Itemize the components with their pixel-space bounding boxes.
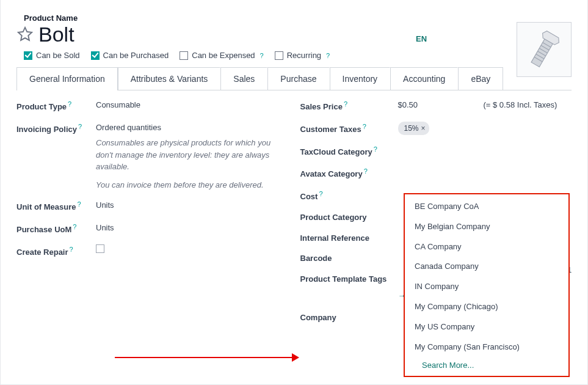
can-be-sold-checkbox[interactable]: Can be Sold: [24, 51, 80, 60]
annotation-arrow-icon: [115, 357, 298, 358]
dropdown-item[interactable]: IN Company: [405, 277, 568, 297]
tab-accounting[interactable]: Accounting: [390, 67, 458, 90]
uom-value[interactable]: Units: [96, 199, 288, 211]
recurring-label: Recurring: [287, 51, 321, 60]
help-icon[interactable]: ?: [260, 52, 264, 59]
tab-general-information[interactable]: General Information: [16, 67, 118, 90]
dropdown-item[interactable]: My Belgian Company: [405, 217, 568, 237]
form-left-column: Product Type? Consumable Invoicing Polic…: [16, 99, 288, 332]
dropdown-item[interactable]: My Company (San Francisco): [405, 337, 568, 358]
tab-inventory[interactable]: Inventory: [330, 67, 391, 90]
customer-taxes-label: Customer Taxes: [300, 125, 361, 134]
can-be-expensed-checkbox[interactable]: Can be Expensed ?: [180, 51, 263, 60]
dropdown-item[interactable]: BE Company CoA: [405, 197, 568, 217]
dropdown-item[interactable]: My US Company: [405, 317, 568, 337]
product-title[interactable]: Bolt: [38, 24, 74, 45]
help-icon[interactable]: ?: [70, 246, 73, 253]
help-text-consumable: Consumables are physical products for wh…: [96, 137, 279, 173]
close-icon[interactable]: ×: [421, 123, 426, 134]
help-icon[interactable]: ?: [344, 100, 347, 108]
tab-sales[interactable]: Sales: [220, 67, 267, 90]
help-icon[interactable]: ?: [68, 100, 71, 108]
language-badge[interactable]: EN: [416, 34, 427, 43]
tax-tag-label: 15%: [404, 123, 419, 134]
company-label: Company: [300, 313, 336, 322]
purchase-uom-value[interactable]: Units: [96, 222, 288, 234]
sales-price-label: Sales Price: [300, 102, 343, 111]
product-template-tags-label: Product Template Tags: [300, 274, 387, 284]
invoicing-policy-label: Invoicing Policy: [16, 125, 77, 134]
product-image-thumbnail[interactable]: [517, 22, 572, 77]
can-be-purchased-label: Can be Purchased: [103, 51, 169, 60]
barcode-label: Barcode: [300, 254, 332, 263]
uom-label: Unit of Measure: [16, 203, 76, 212]
help-icon[interactable]: ?: [319, 190, 322, 197]
taxcloud-category-label: TaxCloud Category: [300, 147, 372, 156]
tab-ebay[interactable]: eBay: [458, 67, 503, 90]
purchase-uom-label: Purchase UoM: [16, 225, 71, 234]
help-icon[interactable]: ?: [326, 52, 330, 59]
company-dropdown: BE Company CoA My Belgian Company CA Com…: [404, 193, 570, 377]
tab-purchase[interactable]: Purchase: [267, 67, 329, 90]
product-type-label: Product Type: [16, 102, 67, 111]
help-icon[interactable]: ?: [73, 223, 76, 230]
recurring-checkbox[interactable]: Recurring ?: [275, 51, 330, 60]
title-row: Bolt: [16, 24, 572, 45]
dropdown-item[interactable]: CA Company: [405, 237, 568, 257]
create-repair-label: Create Repair: [16, 248, 68, 257]
help-icon[interactable]: ?: [363, 123, 366, 130]
product-form-page: Product Name Bolt EN Can be Sold Can be …: [0, 0, 588, 385]
help-text-invoice: You can invoice them before they are del…: [96, 179, 279, 191]
invoicing-policy-value[interactable]: Ordered quantities: [96, 122, 288, 134]
favorite-star-icon[interactable]: [16, 26, 34, 43]
create-repair-checkbox[interactable]: [96, 244, 104, 253]
sales-price-value[interactable]: $0.50: [398, 99, 484, 111]
avatax-category-label: Avatax Category: [300, 170, 363, 179]
product-name-label: Product Name: [24, 13, 572, 23]
checkbox-icon: [275, 51, 283, 60]
product-category-label: Product Category: [300, 213, 367, 222]
svg-rect-1: [531, 39, 553, 67]
dropdown-item[interactable]: My Company (Chicago): [405, 297, 568, 317]
incl-taxes-text: (= $ 0.58 Incl. Taxes): [484, 99, 557, 111]
tabs-bar: General Information Attributes & Variant…: [16, 67, 572, 90]
tab-attributes-variants[interactable]: Attributes & Variants: [118, 67, 221, 90]
can-be-sold-label: Can be Sold: [36, 51, 80, 60]
product-type-value[interactable]: Consumable: [96, 99, 288, 111]
bolt-icon: [517, 22, 572, 77]
dropdown-item[interactable]: Canada Company: [405, 257, 568, 277]
product-flags-row: Can be Sold Can be Purchased Can be Expe…: [24, 51, 572, 60]
can-be-purchased-checkbox[interactable]: Can be Purchased: [91, 51, 169, 60]
checkbox-checked-icon: [91, 51, 100, 60]
help-icon[interactable]: ?: [364, 167, 368, 175]
cost-label: Cost: [300, 193, 318, 202]
checkbox-icon: [180, 51, 188, 60]
help-icon[interactable]: ?: [78, 123, 82, 130]
checkbox-checked-icon: [24, 51, 32, 60]
svg-marker-0: [18, 28, 32, 40]
help-icon[interactable]: ?: [78, 200, 81, 208]
can-be-expensed-label: Can be Expensed: [192, 51, 255, 60]
dropdown-search-more[interactable]: Search More...: [405, 357, 568, 373]
internal-reference-label: Internal Reference: [300, 233, 369, 243]
tax-tag[interactable]: 15% ×: [398, 122, 429, 135]
help-icon[interactable]: ?: [374, 145, 377, 153]
